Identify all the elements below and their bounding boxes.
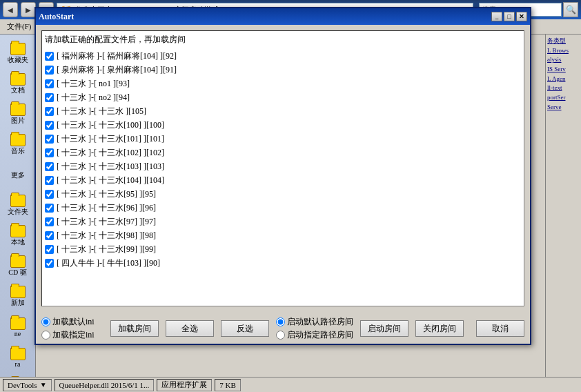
sidebar-item-pictures[interactable]: 图片 [1,101,35,128]
load-room-button[interactable]: 加载房间 [110,320,159,337]
radio-custom-ini-input[interactable] [41,331,50,340]
checkbox-label-11: [ 十三水 ]-[ 十三水[96] ][96] [57,202,156,214]
folder-icon [10,195,26,207]
minimize-button[interactable]: _ [491,12,502,21]
checkbox-input-1[interactable] [45,66,54,75]
checkbox-item-10[interactable]: [ 十三水 ]-[ 十三水[95] ][95] [45,188,521,200]
favorites-icon [10,43,26,55]
devtools-label: DevTools [8,381,37,389]
radio-custom-path-input[interactable] [276,331,285,340]
checkbox-input-6[interactable] [45,135,54,144]
checkbox-input-8[interactable] [45,162,54,171]
forward-button[interactable]: ▶ [21,2,36,17]
checkbox-label-2: [ 十三水 ]-[ no1 ][93] [57,78,130,90]
checkbox-item-2[interactable]: [ 十三水 ]-[ no1 ][93] [45,77,521,90]
right-item-analysis[interactable]: alysis [547,56,580,64]
checkbox-list-container[interactable]: 请加载正确的配置文件后，再加载房间 [ 福州麻将 ]-[ 福州麻将[104] ]… [41,30,524,306]
sidebar-label-documents: 文档 [11,86,25,95]
sidebar-label-ne: ne [14,330,21,337]
sidebar-label-ra: ra [15,360,21,368]
right-item-portser[interactable]: portSer [547,94,580,102]
right-item-isserv[interactable]: IS Serv [547,66,580,74]
checkbox-item-0[interactable]: [ 福州麻将 ]-[ 福州麻将[104] ][92] [45,50,521,62]
sidebar-item-ne[interactable]: ne [1,313,35,341]
back-button[interactable]: ◀ [3,2,18,17]
checkbox-item-14[interactable]: [ 十三水 ]-[ 十三水[99] ][99] [45,243,521,255]
right-item-type[interactable]: 务类型 [547,37,580,46]
checkbox-input-15[interactable] [45,259,54,268]
start-room-button[interactable]: 启动房间 [360,320,408,337]
sidebar-item-new[interactable]: 新加 [1,283,35,311]
sidebar-item-documents[interactable]: 文档 [1,70,35,98]
sidebar-label-cd: CD 驱 [8,268,26,277]
checkbox-input-13[interactable] [45,231,54,240]
sidebar-label-music: 音乐 [11,146,25,156]
checkbox-input-5[interactable] [45,121,54,130]
menu-file[interactable]: 文件(F) [3,20,35,33]
checkbox-input-2[interactable] [45,79,54,88]
checkbox-item-12[interactable]: [ 十三水 ]-[ 十三水[97] ][97] [45,215,521,228]
checkbox-item-13[interactable]: [ 十三水 ]-[ 十三水[98] ][98] [45,229,521,242]
checkbox-input-3[interactable] [45,93,54,102]
sidebar-label-pictures: 图片 [11,116,25,126]
checkbox-input-7[interactable] [45,148,54,157]
checkbox-item-8[interactable]: [ 十三水 ]-[ 十三水[103] ][103] [45,160,521,173]
sidebar-item-music[interactable]: 音乐 [1,131,35,159]
radio-custom-path[interactable]: 启动指定路径房间 [276,329,353,341]
checkbox-label-10: [ 十三水 ]-[ 十三水[95] ][95] [57,188,156,200]
checkbox-input-10[interactable] [45,190,54,199]
checkbox-item-1[interactable]: [ 泉州麻将 ]-[ 泉州麻将[104] ][91] [45,63,521,76]
status-bar: DevTools ▼ QueueHelper.dll 2015/6/1 1...… [0,377,581,392]
sidebar-item-local[interactable]: 本地 [1,222,35,250]
deselect-button[interactable]: 反选 [221,320,269,337]
right-item-browser[interactable]: L Brows [547,47,580,55]
checkbox-label-1: [ 泉州麻将 ]-[ 泉州麻将[104] ][91] [57,64,177,76]
checkbox-item-9[interactable]: [ 十三水 ]-[ 十三水[104] ][104] [45,174,521,186]
maximize-button[interactable]: □ [504,12,515,21]
checkbox-item-11[interactable]: [ 十三水 ]-[ 十三水[96] ][96] [45,202,521,214]
checkbox-item-7[interactable]: [ 十三水 ]-[ 十三水[102] ][102] [45,146,521,159]
checkbox-item-5[interactable]: [ 十三水 ]-[ 十三水[100] ][100] [45,119,521,131]
checkbox-label-13: [ 十三水 ]-[ 十三水[98] ][98] [57,230,156,242]
radio-default-path-label: 启动默认路径房间 [287,316,353,328]
search-button[interactable]: 🔍 [563,2,578,17]
checkbox-item-4[interactable]: [ 十三水 ]-[ 十三水 ][105] [45,105,521,117]
sidebar-label-local: 本地 [11,237,25,247]
sidebar-item-folder[interactable]: 文件夹 [1,192,35,219]
checkbox-input-12[interactable] [45,217,54,226]
checkbox-item-15[interactable]: [ 四人牛牛 ]-[ 牛牛[103] ][90] [45,257,521,269]
checkbox-input-4[interactable] [45,107,54,116]
checkbox-label-8: [ 十三水 ]-[ 十三水[103] ][103] [57,161,164,173]
dialog-title: AutoStart [39,12,74,22]
sidebar-item-cd[interactable]: CD 驱 [1,253,35,280]
documents-icon [10,73,26,86]
radio-group-2: 启动默认路径房间 启动指定路径房间 [276,316,353,341]
right-item-serve[interactable]: Serve [547,104,580,112]
close-room-button[interactable]: 关闭房间 [415,320,464,337]
close-button[interactable]: ✕ [516,12,527,21]
radio-custom-ini[interactable]: 加载指定ini [41,329,104,341]
sidebar-item-more[interactable]: 更多 [1,161,35,189]
sidebar-item-ra[interactable]: ra [1,344,35,371]
checkbox-input-0[interactable] [45,52,54,61]
autostart-dialog: AutoStart _ □ ✕ 请加载正确的配置文件后，再加载房间 [ 福州麻将… [35,7,531,345]
pictures-icon [10,104,26,116]
right-item-lltext[interactable]: ll-text [547,84,580,92]
select-all-button[interactable]: 全选 [166,320,214,337]
checkbox-input-11[interactable] [45,204,54,213]
sidebar-item-favorites[interactable]: 收藏夹 [1,40,35,68]
radio-default-path[interactable]: 启动默认路径房间 [276,316,353,328]
right-item-lagent[interactable]: L Agen [547,75,580,84]
status-type-label: 应用程序扩展 [161,380,207,390]
checkbox-label-15: [ 四人牛牛 ]-[ 牛牛[103] ][90] [57,257,160,269]
radio-default-ini-input[interactable] [41,317,50,326]
checkbox-input-14[interactable] [45,245,54,254]
cancel-button[interactable]: 取消 [476,320,524,337]
checkbox-item-3[interactable]: [ 十三水 ]-[ no2 ][94] [45,91,521,104]
checkbox-item-6[interactable]: [ 十三水 ]-[ 十三水[101] ][101] [45,133,521,145]
radio-custom-path-label: 启动指定路径房间 [287,329,353,341]
radio-default-ini[interactable]: 加载默认ini [41,316,104,328]
checkbox-input-9[interactable] [45,176,54,185]
left-sidebar: 收藏夹 文档 图片 音乐 更多 文件夹 本地 CD 驱 新加 ne ra sq [0,35,36,392]
radio-default-path-input[interactable] [276,317,285,326]
